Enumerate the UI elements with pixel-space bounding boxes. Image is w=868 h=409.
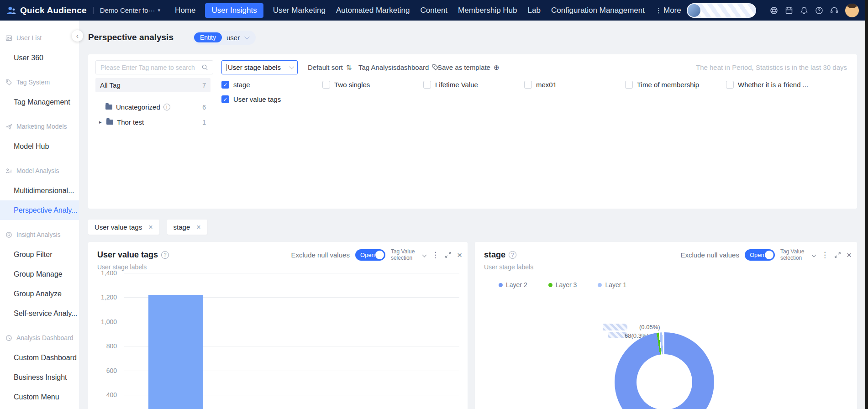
more-options-icon[interactable]: ⋮ [431,251,439,259]
sidebar-item-custom-dashboard[interactable]: Custom Dashboard [0,348,79,367]
tag-value-selection-dropdown[interactable]: Tag Value selection [391,248,426,261]
checkbox-box [625,81,633,89]
tree-item-uncategorized[interactable]: Uncategorized i 6 [95,100,210,114]
tree-item-thor-test[interactable]: ▸ Thor test 1 [95,115,210,129]
account-badge-redacted[interactable] [687,3,756,18]
exclude-null-toggle[interactable]: Open [745,249,775,261]
close-icon[interactable]: × [457,251,462,259]
tag-value-selection-label: Tag Value selection [391,248,420,261]
exclude-null-toggle[interactable]: Open [355,249,385,261]
close-icon[interactable]: × [847,251,852,259]
help-icon[interactable]: ? [161,251,169,259]
chip-stage[interactable]: stage × [167,220,207,235]
nav-item-automated-marketing[interactable]: Automated Marketing [335,3,411,18]
tag-category-tree: All Tag 7 Uncategorized i 6 ▸ Thor test … [95,78,210,129]
checkbox-label: Two singles [334,81,370,89]
checkbox-lifetime-value[interactable]: Lifetime Value [423,81,524,89]
help-icon[interactable]: ? [509,251,516,259]
legend-item-layer-1[interactable]: Layer 1 [598,281,626,288]
entity-selector[interactable]: Entity user [193,31,256,45]
legend-label: Layer 3 [556,281,577,288]
person-chart-icon [5,168,12,174]
checkbox-stage[interactable]: ✓ stage [221,81,322,89]
donut-legend: Layer 2 Layer 3 Layer 1 [499,281,626,288]
sidebar-item-multidimensional[interactable]: Multidimensional... [0,181,79,200]
redacted-callout [603,324,627,330]
tree-item-all-tag[interactable]: All Tag 7 [95,78,210,92]
app-logo[interactable]: Quick Audience [6,5,87,16]
default-sort-button[interactable]: Default sort ⇅ [308,60,352,74]
sidebar-item-group-analyze[interactable]: Group Analyze [0,284,79,304]
legend-item-layer-3[interactable]: Layer 3 [548,281,577,288]
close-icon[interactable]: × [148,224,153,231]
template-plus-icon: ⊕ [494,63,500,72]
section-title-model-analysis: Model Analysis [0,161,79,181]
sidebar-collapse-button[interactable]: ‹ [72,30,83,42]
checkbox-box [726,81,734,89]
info-icon[interactable]: i [163,104,170,110]
checkbox-mex01[interactable]: mex01 [524,81,625,89]
chip-label: stage [174,223,190,231]
pie-clock-icon [5,335,12,341]
legend-item-layer-2[interactable]: Layer 2 [499,281,527,288]
page-title: Perspective analysis [88,32,174,42]
nav-item-configuration-management[interactable]: Configuration Management [550,3,646,18]
tag-search-input[interactable] [100,64,201,71]
more-options-icon[interactable]: ⋮ [821,251,829,259]
headset-icon[interactable] [830,6,839,15]
tag-value-selection-dropdown[interactable]: Tag Value selection [780,248,815,261]
workspace-name: Demo Center fo··· [100,6,155,14]
expand-icon[interactable] [445,252,452,258]
nav-item-user-marketing[interactable]: User Marketing [272,3,326,18]
checkbox-label: Time of membership [637,81,699,89]
workspace-switcher[interactable]: Demo Center fo··· ▾ [100,6,160,14]
sidebar-item-self-service-analysis[interactable]: Self-service Analy... [0,304,79,323]
entity-badge: Entity [194,32,222,42]
nav-item-more[interactable]: ⋮ More [654,3,682,18]
nav-item-membership-hub[interactable]: Membership Hub [457,3,518,18]
chip-user-value-tags[interactable]: User value tags × [88,220,159,235]
bell-icon[interactable] [800,6,809,15]
sidebar-item-custom-menu[interactable]: Custom Menu [0,387,79,407]
checkbox-user-value-tags[interactable]: ✓ User value tags [221,95,322,103]
sidebar-item-group-manage[interactable]: Group Manage [0,264,79,284]
sidebar-item-group-filter[interactable]: Group Filter [0,245,79,264]
search-icon[interactable] [201,64,208,71]
sidebar-item-model-hub[interactable]: Model Hub [0,136,79,156]
bar-user-stage-labels[interactable] [148,295,203,409]
exclude-null-label: Exclude null values [680,251,739,259]
expand-icon[interactable] [834,252,841,258]
template-label: Save as template [437,63,490,71]
tag-count: 7 [202,82,206,89]
checkbox-two-singles[interactable]: Two singles [322,81,423,89]
globe-icon[interactable] [769,6,779,15]
nav-item-lab[interactable]: Lab [527,3,542,18]
section-title-user-list: User List [0,28,79,48]
sidebar-item-perspective-analysis[interactable]: Perspective Analy... [0,200,79,220]
checkbox-time-of-membership[interactable]: Time of membership [625,81,726,89]
chevron-down-icon [245,34,250,39]
caret-right-icon[interactable]: ▸ [99,119,104,125]
save-as-template-button[interactable]: Save as template ⊕ [437,60,499,74]
brand-icon [6,5,16,16]
tag-analysis-dashboard-button[interactable]: Tag Analysisdashboard [358,60,439,74]
nav-item-home[interactable]: Home [174,3,196,18]
card-controls: Exclude null values Open Tag Value selec… [680,248,852,261]
donut-chart[interactable] [615,332,714,409]
sidebar-item-tag-management[interactable]: Tag Management [0,92,79,112]
label-group-dropdown[interactable]: User stage labels [221,60,298,74]
close-icon[interactable]: × [196,224,200,231]
y-axis-tick: 600 [90,367,117,374]
legend-dot [598,283,602,287]
help-icon[interactable] [815,6,824,15]
sidebar-item-business-insight[interactable]: Business Insight [0,367,79,387]
user-avatar[interactable] [845,4,859,17]
checkbox-whether-friend[interactable]: Whether it is a friend ... [726,81,827,89]
card-header: User value tags ? Exclude null values Op… [97,248,462,261]
nav-item-user-insights[interactable]: User Insights [205,3,263,18]
sidebar-item-user-360[interactable]: User 360 [0,48,79,68]
calendar-icon[interactable] [784,6,794,15]
nav-item-content[interactable]: Content [420,3,449,18]
navbar-right [687,3,859,18]
nav-more-label: More [663,6,681,15]
